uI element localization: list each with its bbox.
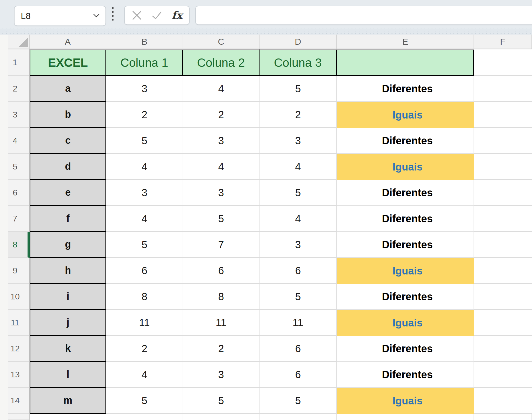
cell-F11[interactable] bbox=[474, 310, 532, 336]
column-header-B[interactable]: B bbox=[106, 35, 183, 49]
row-header-5[interactable]: 5 bbox=[8, 154, 30, 180]
cell-E14[interactable]: Iguais bbox=[337, 388, 474, 414]
cell-B15[interactable] bbox=[106, 414, 183, 420]
row-header-10[interactable]: 10 bbox=[8, 284, 30, 310]
column-header-F[interactable]: F bbox=[474, 35, 532, 49]
cell-F14[interactable] bbox=[474, 388, 532, 414]
cell-F9[interactable] bbox=[474, 258, 532, 284]
cell-F3[interactable] bbox=[474, 102, 532, 128]
cell-C12[interactable]: 2 bbox=[183, 336, 260, 362]
row-header-13[interactable]: 13 bbox=[8, 362, 30, 388]
cell-A1[interactable]: EXCEL bbox=[30, 49, 106, 76]
row-header-15[interactable] bbox=[8, 414, 30, 420]
cell-D8[interactable]: 3 bbox=[260, 232, 337, 258]
cell-B13[interactable]: 4 bbox=[106, 362, 183, 388]
cell-B9[interactable]: 6 bbox=[106, 258, 183, 284]
cell-A11[interactable]: j bbox=[30, 310, 106, 336]
cell-C7[interactable]: 5 bbox=[183, 206, 260, 232]
row-header-4[interactable]: 4 bbox=[8, 128, 30, 154]
cell-A2[interactable]: a bbox=[30, 76, 106, 102]
cell-B11[interactable]: 11 bbox=[106, 310, 183, 336]
cell-B3[interactable]: 2 bbox=[106, 102, 183, 128]
cell-D14[interactable]: 5 bbox=[260, 388, 337, 414]
cell-E9[interactable]: Iguais bbox=[337, 258, 474, 284]
cell-F1[interactable] bbox=[474, 49, 532, 76]
cell-C10[interactable]: 8 bbox=[183, 284, 260, 310]
cell-F4[interactable] bbox=[474, 128, 532, 154]
cell-D11[interactable]: 11 bbox=[260, 310, 337, 336]
cell-B4[interactable]: 5 bbox=[106, 128, 183, 154]
cell-F10[interactable] bbox=[474, 284, 532, 310]
cell-B1[interactable]: Coluna 1 bbox=[106, 49, 183, 76]
cell-D1[interactable]: Coluna 3 bbox=[260, 49, 337, 76]
row-header-14[interactable]: 14 bbox=[8, 388, 30, 414]
cell-D5[interactable]: 4 bbox=[260, 154, 337, 180]
row-header-1[interactable]: 1 bbox=[8, 49, 30, 76]
cell-E6[interactable]: Diferentes bbox=[337, 180, 474, 206]
row-header-7[interactable]: 7 bbox=[8, 206, 30, 232]
cell-C14[interactable]: 5 bbox=[183, 388, 260, 414]
cell-A12[interactable]: k bbox=[30, 336, 106, 362]
cell-E4[interactable]: Diferentes bbox=[337, 128, 474, 154]
chevron-down-icon[interactable] bbox=[93, 14, 100, 18]
cell-E3[interactable]: Iguais bbox=[337, 102, 474, 128]
cell-D6[interactable]: 5 bbox=[260, 180, 337, 206]
cell-F15[interactable] bbox=[474, 414, 532, 420]
cell-B5[interactable]: 4 bbox=[106, 154, 183, 180]
cell-E5[interactable]: Iguais bbox=[337, 154, 474, 180]
cell-A15[interactable] bbox=[30, 414, 106, 420]
row-header-3[interactable]: 3 bbox=[8, 102, 30, 128]
cell-D12[interactable]: 6 bbox=[260, 336, 337, 362]
cell-C11[interactable]: 11 bbox=[183, 310, 260, 336]
row-header-11[interactable]: 11 bbox=[8, 310, 30, 336]
cell-E12[interactable]: Diferentes bbox=[337, 336, 474, 362]
cell-E2[interactable]: Diferentes bbox=[337, 76, 474, 102]
cell-C2[interactable]: 4 bbox=[183, 76, 260, 102]
column-header-E[interactable]: E bbox=[337, 35, 474, 49]
column-header-D[interactable]: D bbox=[260, 35, 337, 49]
cell-C5[interactable]: 4 bbox=[183, 154, 260, 180]
column-header-C[interactable]: C bbox=[183, 35, 260, 49]
cell-F2[interactable] bbox=[474, 76, 532, 102]
drag-handle-icon[interactable] bbox=[112, 7, 114, 21]
cell-D7[interactable]: 4 bbox=[260, 206, 337, 232]
cell-E13[interactable]: Diferentes bbox=[337, 362, 474, 388]
cell-E10[interactable]: Diferentes bbox=[337, 284, 474, 310]
row-header-2[interactable]: 2 bbox=[8, 76, 30, 102]
column-header-A[interactable]: A bbox=[30, 35, 106, 49]
cell-E1[interactable] bbox=[337, 49, 474, 76]
cell-B6[interactable]: 3 bbox=[106, 180, 183, 206]
cell-B7[interactable]: 4 bbox=[106, 206, 183, 232]
cell-F6[interactable] bbox=[474, 180, 532, 206]
select-all-button[interactable] bbox=[8, 35, 30, 49]
cell-D2[interactable]: 5 bbox=[260, 76, 337, 102]
cell-E8[interactable]: Diferentes bbox=[337, 232, 474, 258]
cell-C3[interactable]: 2 bbox=[183, 102, 260, 128]
cell-B14[interactable]: 5 bbox=[106, 388, 183, 414]
formula-input[interactable] bbox=[195, 6, 532, 25]
cell-D15[interactable] bbox=[260, 414, 337, 420]
cell-A13[interactable]: l bbox=[30, 362, 106, 388]
cell-E7[interactable]: Diferentes bbox=[337, 206, 474, 232]
cell-A5[interactable]: d bbox=[30, 154, 106, 180]
cell-C1[interactable]: Coluna 2 bbox=[183, 49, 260, 76]
name-box[interactable]: L8 bbox=[14, 6, 106, 26]
cell-B8[interactable]: 5 bbox=[106, 232, 183, 258]
cell-F12[interactable] bbox=[474, 336, 532, 362]
insert-function-icon[interactable]: fx bbox=[172, 10, 182, 21]
cell-D9[interactable]: 6 bbox=[260, 258, 337, 284]
cell-B10[interactable]: 8 bbox=[106, 284, 183, 310]
cell-C15[interactable] bbox=[183, 414, 260, 420]
cell-A9[interactable]: h bbox=[30, 258, 106, 284]
cell-F7[interactable] bbox=[474, 206, 532, 232]
row-header-8[interactable]: 8 bbox=[8, 232, 30, 258]
cell-B12[interactable]: 2 bbox=[106, 336, 183, 362]
cell-A6[interactable]: e bbox=[30, 180, 106, 206]
cell-A7[interactable]: f bbox=[30, 206, 106, 232]
cell-A3[interactable]: b bbox=[30, 102, 106, 128]
cell-D13[interactable]: 6 bbox=[260, 362, 337, 388]
row-header-12[interactable]: 12 bbox=[8, 336, 30, 362]
row-header-9[interactable]: 9 bbox=[8, 258, 30, 284]
cell-D10[interactable]: 5 bbox=[260, 284, 337, 310]
enter-icon[interactable] bbox=[151, 10, 162, 21]
